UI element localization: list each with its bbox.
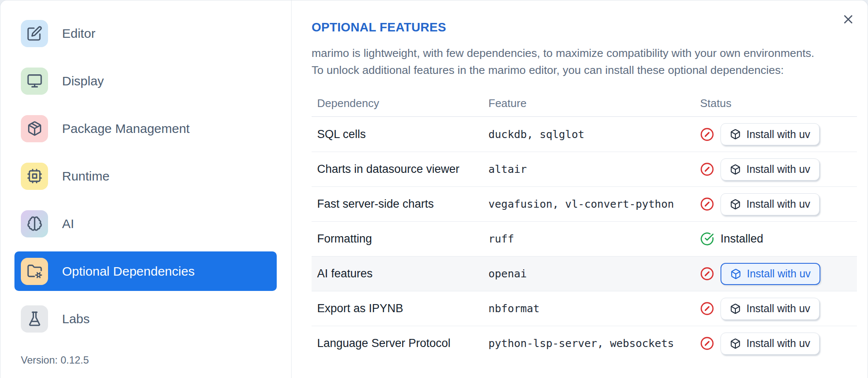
status-cell: Install with uv (695, 123, 857, 145)
package-icon (21, 115, 48, 142)
install-button-label: Install with uv (746, 128, 810, 141)
sidebar: Editor Display Package Management Runtim… (0, 0, 292, 378)
x-circle-icon (700, 336, 714, 350)
sidebar-item-label: Optional Dependencies (62, 264, 195, 279)
panel-description: marimo is lightweight, with few dependen… (312, 45, 857, 79)
description-line-2: To unlock additional features in the mar… (312, 62, 857, 79)
sidebar-item-display[interactable]: Display (14, 61, 277, 101)
table-row: Language Server Protocol python-lsp-serv… (312, 326, 857, 361)
close-icon (841, 12, 855, 26)
table-row: SQL cells duckdb, sqlglot Install with u… (312, 117, 857, 152)
install-button-label: Install with uv (746, 163, 810, 175)
feature-cell: openai (483, 268, 695, 280)
table-header-row: Dependency Feature Status (312, 90, 857, 117)
sidebar-item-runtime[interactable]: Runtime (14, 156, 277, 196)
table-body: SQL cells duckdb, sqlglot Install with u… (312, 117, 857, 361)
dependency-cell: Export as IPYNB (312, 302, 483, 315)
settings-dialog: Editor Display Package Management Runtim… (0, 0, 868, 378)
panel-title: OPTIONAL FEATURES (312, 20, 857, 34)
dependencies-table: Dependency Feature Status SQL cells duck… (312, 90, 857, 361)
version-label: Version: 0.12.5 (21, 354, 89, 366)
feature-cell: vegafusion, vl-convert-python (483, 198, 695, 210)
sidebar-item-editor[interactable]: Editor (14, 14, 277, 53)
status-cell: Installed (695, 232, 857, 246)
install-button-label: Install with uv (746, 302, 810, 315)
sidebar-item-label: Package Management (62, 121, 190, 136)
feature-cell: python-lsp-server, websockets (483, 337, 695, 350)
package-cube-icon (730, 303, 741, 314)
package-cube-icon (730, 129, 741, 140)
package-cube-icon (730, 268, 741, 279)
sidebar-item-package-management[interactable]: Package Management (14, 109, 277, 148)
dependency-cell: SQL cells (312, 128, 483, 141)
dependency-cell: AI features (312, 267, 483, 280)
package-cube-icon (730, 164, 741, 175)
monitor-icon (21, 68, 48, 95)
sidebar-item-label: AI (62, 217, 74, 231)
installed-status-label: Installed (720, 232, 763, 245)
main-panel: OPTIONAL FEATURES marimo is lightweight,… (292, 0, 868, 378)
close-button[interactable] (840, 11, 856, 27)
feature-cell: nbformat (483, 302, 695, 315)
table-row: Charts in datasource viewer altair Insta… (312, 152, 857, 186)
feature-cell: ruff (483, 233, 695, 245)
edit-icon (21, 20, 48, 47)
install-with-uv-button[interactable]: Install with uv (720, 263, 820, 285)
flask-icon (21, 305, 48, 333)
column-header-dependency: Dependency (312, 97, 483, 110)
sidebar-item-label: Runtime (62, 169, 110, 183)
status-cell: Install with uv (695, 298, 857, 320)
table-row: Formatting ruff Installed (312, 221, 857, 256)
x-circle-icon (700, 302, 714, 316)
sidebar-nav: Editor Display Package Management Runtim… (0, 14, 291, 339)
column-header-feature: Feature (483, 97, 695, 110)
dependency-cell: Language Server Protocol (312, 337, 483, 350)
install-with-uv-button[interactable]: Install with uv (720, 298, 820, 320)
install-button-label: Install with uv (747, 268, 811, 280)
x-circle-icon (700, 127, 714, 141)
sidebar-item-label: Labs (62, 312, 90, 326)
sidebar-item-labs[interactable]: Labs (14, 299, 277, 339)
install-button-label: Install with uv (746, 337, 810, 350)
table-row: Fast server-side charts vegafusion, vl-c… (312, 186, 857, 221)
brain-icon (21, 210, 48, 237)
install-button-label: Install with uv (746, 198, 810, 210)
sidebar-item-optional-dependencies[interactable]: Optional Dependencies (14, 251, 277, 291)
x-circle-icon (700, 162, 714, 176)
column-header-status: Status (695, 97, 857, 110)
dependency-cell: Fast server-side charts (312, 197, 483, 211)
status-cell: Install with uv (695, 333, 857, 355)
status-cell: Install with uv (695, 193, 857, 215)
sidebar-item-label: Display (62, 74, 104, 88)
table-row: AI features openai Install with uv (312, 256, 857, 291)
package-cube-icon (730, 199, 741, 210)
package-cube-icon (730, 338, 741, 349)
install-with-uv-button[interactable]: Install with uv (720, 158, 820, 181)
feature-cell: altair (483, 163, 695, 175)
sidebar-item-ai[interactable]: AI (14, 204, 277, 243)
description-line-1: marimo is lightweight, with few dependen… (312, 45, 857, 62)
folder-cog-icon (21, 258, 48, 285)
install-with-uv-button[interactable]: Install with uv (720, 193, 820, 215)
table-row: Export as IPYNB nbformat Install with uv (312, 291, 857, 326)
dependency-cell: Formatting (312, 232, 483, 245)
sidebar-item-label: Editor (62, 26, 95, 41)
install-with-uv-button[interactable]: Install with uv (720, 123, 820, 145)
feature-cell: duckdb, sqlglot (483, 128, 695, 141)
cpu-icon (21, 163, 48, 190)
x-circle-icon (700, 267, 714, 281)
x-circle-icon (700, 197, 714, 211)
install-with-uv-button[interactable]: Install with uv (720, 333, 820, 355)
dependency-cell: Charts in datasource viewer (312, 163, 483, 176)
status-cell: Install with uv (695, 158, 857, 181)
status-cell: Install with uv (695, 263, 857, 285)
check-circle-icon (700, 232, 714, 246)
